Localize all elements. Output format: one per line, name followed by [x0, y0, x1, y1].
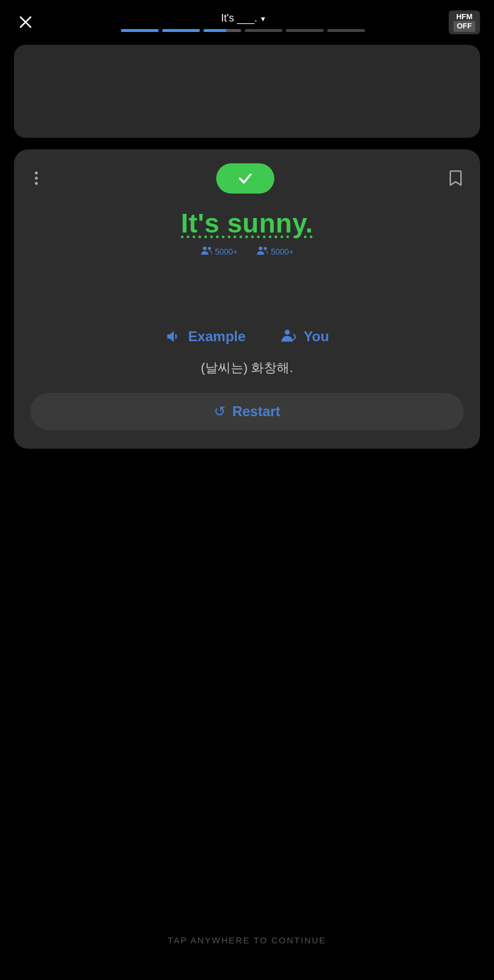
people-icon-1: [201, 245, 212, 258]
progress-seg-4: [245, 29, 282, 32]
main-card: It's sunny. 5000+: [14, 149, 480, 449]
svg-point-4: [259, 246, 262, 250]
tap-anywhere-text[interactable]: TAP ANYWHERE TO CONTINUE: [0, 935, 494, 945]
checkmark-icon: [237, 170, 253, 187]
you-label: You: [304, 328, 330, 345]
sentence-area: It's sunny. 5000+: [30, 208, 464, 258]
off-badge: OFF: [453, 21, 475, 31]
progress-bar: [121, 29, 365, 32]
progress-seg-1: [121, 29, 159, 32]
progress-seg-5: [286, 29, 324, 32]
restart-button[interactable]: ↺ Restart: [30, 393, 464, 430]
top-partial-card: [14, 45, 480, 138]
people-svg-2: [256, 245, 268, 256]
top-center: It's ___. ▾: [44, 12, 442, 32]
svg-point-5: [264, 246, 267, 249]
hfm-badge[interactable]: HFM OFF: [449, 10, 480, 34]
more-options-button[interactable]: [30, 169, 42, 187]
progress-seg-3: [203, 29, 241, 32]
progress-seg-2: [162, 29, 200, 32]
word-stat-1: 5000+: [201, 245, 238, 258]
person-speaker-icon: [281, 328, 298, 345]
svg-point-6: [284, 330, 289, 335]
progress-seg-6: [327, 29, 365, 32]
you-button[interactable]: You: [281, 328, 330, 345]
example-button[interactable]: Example: [165, 328, 246, 345]
correct-check-pill: [216, 163, 274, 194]
card-top-row: [30, 163, 464, 194]
audio-row: Example You: [30, 328, 464, 345]
restart-icon: ↺: [214, 403, 225, 420]
word-stat-count-1: 5000+: [215, 247, 238, 256]
svg-point-2: [203, 246, 206, 250]
dot-3: [35, 182, 38, 185]
close-button[interactable]: [14, 10, 37, 34]
svg-point-3: [207, 246, 210, 249]
hfm-text: HFM: [456, 13, 472, 21]
spacer: [30, 281, 464, 328]
lesson-title-row[interactable]: It's ___. ▾: [221, 12, 264, 24]
dot-1: [35, 171, 38, 174]
dot-2: [35, 177, 38, 180]
people-svg-1: [201, 245, 212, 256]
lesson-title-text: It's ___.: [221, 12, 257, 24]
bookmark-icon: [448, 169, 464, 188]
chevron-down-icon: ▾: [261, 14, 265, 23]
speaker-icon: [165, 328, 182, 345]
top-bar: It's ___. ▾ HFM OFF: [0, 0, 494, 40]
close-icon: [18, 15, 33, 30]
bookmark-button[interactable]: [448, 169, 464, 188]
people-icon-2: [256, 245, 268, 258]
word-stats: 5000+ 5000+: [201, 245, 294, 258]
word-stat-count-2: 5000+: [271, 247, 293, 256]
example-label: Example: [188, 328, 246, 345]
translation-text: (날씨는) 화창해.: [30, 359, 464, 377]
restart-label: Restart: [232, 403, 281, 420]
sentence-text: It's sunny.: [181, 208, 313, 239]
word-stat-2: 5000+: [256, 245, 293, 258]
